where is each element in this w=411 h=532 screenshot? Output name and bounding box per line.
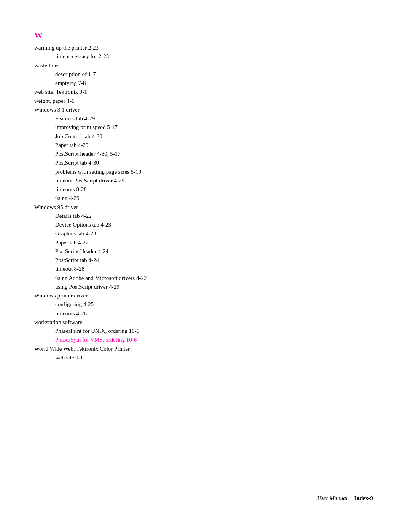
entry-sub: description of 1-7 <box>55 70 373 79</box>
entry-sub: PostScript tab 4-24 <box>55 256 373 265</box>
entry-main: Windows 95 driver <box>34 203 373 212</box>
entry-sub: using PostScript driver 4-29 <box>55 283 373 291</box>
footer-index-label: Index-9 <box>354 495 373 502</box>
entry-sub: Graphics tab 4-23 <box>55 229 373 238</box>
entry-sub: using Adobe and Microsoft drivers 4-22 <box>55 274 373 283</box>
entry-sub: timeouts 8-28 <box>55 185 373 194</box>
entry-main: World Wide Web, Tektronix Color Printer <box>34 345 373 353</box>
entry-sub: PostScript Header 4-24 <box>55 247 373 256</box>
entry-sub: time necessary for 2-23 <box>55 52 373 61</box>
entry-sub: Paper tab 4-29 <box>55 141 373 150</box>
section-letter: W <box>34 30 373 40</box>
entry-sub: improving print speed 5-17 <box>55 123 373 132</box>
entry-main: Windows 3.1 driver <box>34 105 373 114</box>
entry-main: weight, paper 4-6 <box>34 97 373 105</box>
entry-sub: timeouts 4-26 <box>55 309 373 318</box>
index-content: warming up the printer 2-23time necessar… <box>34 43 373 362</box>
entry-main: waste liner <box>34 61 373 70</box>
entry-main: Windows printer driver <box>34 291 373 300</box>
entry-sub: Device Options tab 4-23 <box>55 220 373 229</box>
entry-sub: PostScript tab 4-30 <box>55 158 373 167</box>
entry-sub: Features tab 4-29 <box>55 114 373 123</box>
entry-sub: Paper tab 4-22 <box>55 238 373 247</box>
footer: User Manual Index-9 <box>317 495 373 502</box>
footer-manual-label: User Manual <box>317 495 347 502</box>
entry-sub: timeout PostScript driver 4-29 <box>55 176 373 185</box>
entry-sub: Job Control tab 4-30 <box>55 132 373 141</box>
entry-sub: Details tab 4-22 <box>55 212 373 220</box>
entry-sub: web site 9-1 <box>55 353 373 362</box>
entry-main: web site, Tektronix 9-1 <box>34 88 373 96</box>
entry-sub: problems with setting page sizes 5-19 <box>55 168 373 176</box>
entry-sub: PhaserSym for VMS, ordering 10-6 <box>55 335 373 344</box>
entry-sub: emptying 7-8 <box>55 79 373 88</box>
entry-main: workstation software <box>34 318 373 327</box>
entry-sub: PhaserPrint for UNIX, ordering 10-6 <box>55 327 373 335</box>
entry-sub: PostScript header 4-30, 5-17 <box>55 150 373 158</box>
entry-sub: configuring 4-25 <box>55 300 373 309</box>
entry-main: warming up the printer 2-23 <box>34 43 373 52</box>
page: W warming up the printer 2-23time necess… <box>0 0 411 532</box>
entry-sub: timeout 8-28 <box>55 265 373 273</box>
entry-sub: using 4-29 <box>55 194 373 203</box>
